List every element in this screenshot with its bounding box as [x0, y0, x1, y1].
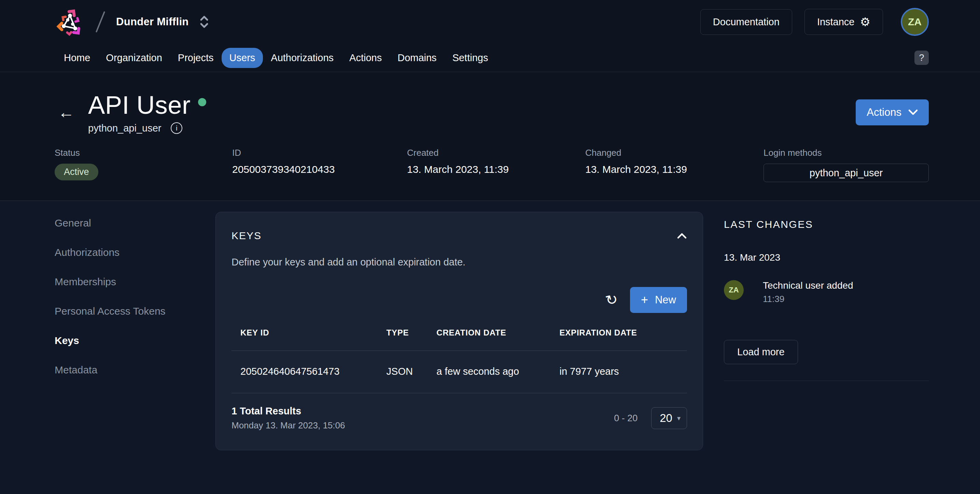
- org-switcher[interactable]: Dunder Mifflin: [116, 15, 208, 29]
- col-header-expiration-date: EXPIRATION DATE: [559, 328, 687, 351]
- refresh-icon[interactable]: ↻: [604, 292, 619, 309]
- page-size-value: 20: [660, 412, 672, 425]
- created-label: Created: [407, 148, 585, 158]
- changed-column: Changed 13. March 2023, 11:39: [585, 148, 764, 182]
- collapse-button[interactable]: [677, 232, 687, 239]
- change-event: ZA Technical user added 11:39: [724, 280, 929, 304]
- table-row[interactable]: 205024640647561473 JSON a few seconds ag…: [232, 351, 687, 393]
- chevron-up-icon: [677, 232, 687, 239]
- documentation-button[interactable]: Documentation: [700, 9, 792, 35]
- sidebar-item-memberships[interactable]: Memberships: [55, 276, 215, 288]
- new-key-label: New: [655, 294, 676, 306]
- page-title: API User: [88, 91, 206, 120]
- event-avatar: ZA: [724, 280, 744, 300]
- total-results: 1 Total Results: [232, 406, 345, 417]
- cell-creation-date: a few seconds ago: [436, 351, 559, 393]
- load-more-button[interactable]: Load more: [724, 340, 798, 364]
- status-label: Status: [55, 148, 232, 158]
- plus-icon: +: [641, 294, 648, 306]
- sidebar-item-general[interactable]: General: [55, 217, 215, 229]
- chevron-down-icon: [908, 109, 918, 115]
- user-avatar[interactable]: ZA: [901, 8, 929, 36]
- header: Dunder Mifflin Documentation Instance ⚙ …: [0, 0, 980, 201]
- username-subtitle: python_api_user: [88, 123, 161, 134]
- instance-button[interactable]: Instance ⚙: [805, 9, 883, 35]
- id-label: ID: [232, 148, 407, 158]
- keys-card: KEYS Define your keys and add an optiona…: [215, 212, 703, 450]
- cell-expiration-date: in 7977 years: [559, 351, 687, 393]
- status-column: Status Active: [55, 148, 232, 182]
- detail-sidebar: General Authorizations Memberships Perso…: [55, 212, 215, 450]
- actions-label: Actions: [867, 106, 902, 118]
- main-content: General Authorizations Memberships Perso…: [0, 201, 980, 450]
- login-methods-column: Login methods python_api_user: [764, 148, 929, 182]
- last-changes-title: LAST CHANGES: [724, 218, 929, 230]
- last-changes-panel: LAST CHANGES 13. Mar 2023 ZA Technical u…: [724, 212, 929, 450]
- id-column: ID 205003739340210433: [232, 148, 407, 182]
- results-timestamp: Monday 13. Mar 2023, 15:06: [232, 420, 345, 431]
- cell-type: JSON: [387, 351, 437, 393]
- changed-value: 13. March 2023, 11:39: [585, 164, 764, 175]
- id-value: 205003739340210433: [232, 164, 407, 175]
- nav-tab-actions[interactable]: Actions: [342, 48, 390, 68]
- login-methods-label: Login methods: [764, 148, 929, 158]
- col-header-type: TYPE: [387, 328, 437, 351]
- nav-tab-domains[interactable]: Domains: [390, 48, 444, 68]
- keys-card-title: KEYS: [232, 230, 262, 242]
- page-size-select[interactable]: 20 ▾: [651, 407, 687, 429]
- help-button[interactable]: ?: [915, 51, 929, 65]
- paginator: 1 Total Results Monday 13. Mar 2023, 15:…: [232, 406, 687, 431]
- active-status-dot-icon: [198, 98, 206, 106]
- created-column: Created 13. March 2023, 11:39: [407, 148, 585, 182]
- caret-down-icon: ▾: [677, 414, 681, 422]
- status-badge: Active: [55, 164, 98, 180]
- nav-tab-authorizations[interactable]: Authorizations: [263, 48, 342, 68]
- org-slash-divider: [95, 11, 105, 33]
- new-key-button[interactable]: + New: [630, 287, 687, 313]
- page-range: 0 - 20: [614, 413, 638, 424]
- nav-tab-projects[interactable]: Projects: [170, 48, 222, 68]
- keys-card-description: Define your keys and add an optional exp…: [232, 257, 687, 268]
- info-icon[interactable]: i: [171, 122, 182, 134]
- col-header-key-id: KEY ID: [232, 328, 387, 351]
- documentation-label: Documentation: [713, 16, 780, 28]
- panel-divider: [724, 381, 929, 381]
- sidebar-item-personal-access-tokens[interactable]: Personal Access Tokens: [55, 305, 215, 317]
- user-title-section: ← API User python_api_user i Actions: [0, 72, 980, 134]
- changes-date: 13. Mar 2023: [724, 252, 929, 263]
- event-title: Technical user added: [763, 280, 853, 291]
- actions-button[interactable]: Actions: [856, 99, 929, 125]
- nav-tab-organization[interactable]: Organization: [98, 48, 170, 68]
- nav-tab-home[interactable]: Home: [56, 48, 98, 68]
- topbar: Dunder Mifflin Documentation Instance ⚙ …: [0, 0, 980, 44]
- avatar-initials: ZA: [908, 16, 922, 28]
- main-nav: Home Organization Projects Users Authori…: [0, 44, 980, 72]
- changed-label: Changed: [585, 148, 764, 158]
- page-title-text: API User: [88, 91, 191, 120]
- instance-label: Instance: [817, 16, 855, 28]
- org-name: Dunder Mifflin: [116, 16, 189, 28]
- created-value: 13. March 2023, 11:39: [407, 164, 585, 175]
- keys-table-header: KEY ID TYPE CREATION DATE EXPIRATION DAT…: [232, 328, 687, 351]
- user-info-row: Status Active ID 205003739340210433 Crea…: [0, 134, 980, 201]
- sidebar-item-authorizations[interactable]: Authorizations: [55, 247, 215, 258]
- nav-tab-users[interactable]: Users: [222, 48, 263, 68]
- sidebar-item-keys[interactable]: Keys: [55, 335, 215, 346]
- nav-tab-settings[interactable]: Settings: [445, 48, 496, 68]
- cell-key-id: 205024640647561473: [232, 351, 387, 393]
- keys-table: KEY ID TYPE CREATION DATE EXPIRATION DAT…: [232, 328, 687, 393]
- zitadel-logo-icon[interactable]: [53, 5, 88, 38]
- gear-icon: ⚙: [860, 16, 870, 28]
- login-method-chip: python_api_user: [764, 164, 929, 182]
- sidebar-item-metadata[interactable]: Metadata: [55, 364, 215, 376]
- event-time: 11:39: [763, 294, 853, 304]
- col-header-creation-date: CREATION DATE: [436, 328, 559, 351]
- org-switcher-updown-icon: [200, 15, 208, 29]
- back-arrow-icon[interactable]: ←: [58, 104, 75, 121]
